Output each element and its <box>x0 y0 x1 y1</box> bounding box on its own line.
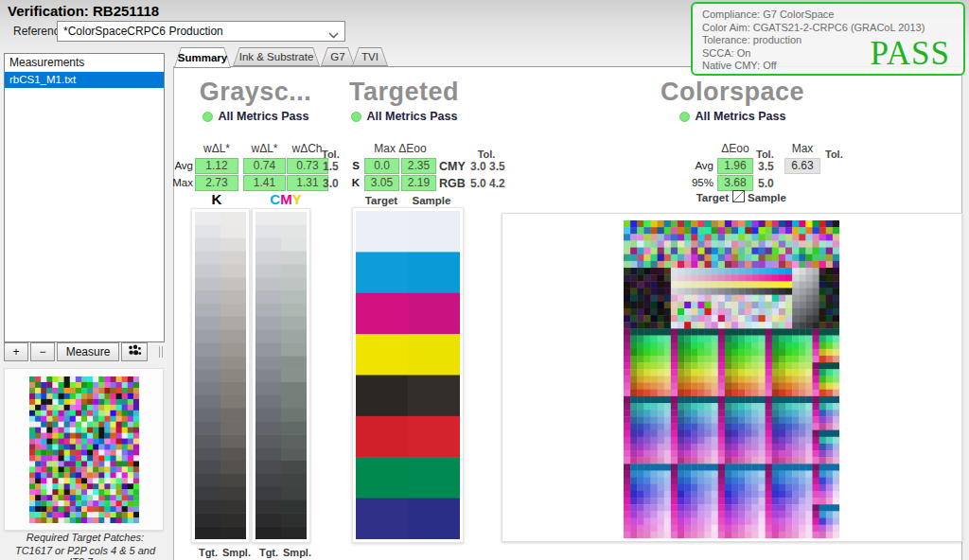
target-thumbnail-panel <box>4 368 164 531</box>
colorspace-legend-target: Target <box>687 192 729 203</box>
targeted-s-sample: 2.35 <box>401 158 436 174</box>
grayscale-avg-wdl-k: 1.12 <box>195 158 238 174</box>
targeted-rgb-label: RGB <box>439 177 469 190</box>
grayscale-row-label: Avg <box>170 158 193 174</box>
m-label: M <box>280 191 292 207</box>
patches-icon <box>127 344 142 359</box>
colorspace-status-label: All Metrics Pass <box>696 110 786 123</box>
colorspace-avg-de: 1.96 <box>717 158 753 174</box>
colorspace-status: All Metrics Pass <box>653 110 812 123</box>
page-title: Verification: RB251118 <box>8 3 159 19</box>
targeted-k-sample: 2.19 <box>401 175 436 191</box>
colorspace-max-value: 6.63 <box>784 158 820 174</box>
colorspace-row-label: Avg <box>687 158 714 174</box>
chevron-down-icon <box>328 28 339 42</box>
tab-summary[interactable]: Summary <box>174 47 231 68</box>
measurements-header: Measurements <box>5 54 164 72</box>
targeted-s-target: 0.0 <box>364 158 399 174</box>
pass-badge: PASS <box>871 35 950 73</box>
targeted-sample-col-label: Sample <box>407 195 456 206</box>
k-bar-label: K <box>195 191 238 207</box>
colorspace-chart-panel <box>502 213 962 542</box>
target-sample-checkbox[interactable] <box>732 190 745 202</box>
grayscale-max-wdl-cmy: 1.41 <box>243 175 286 191</box>
targeted-status-label: All Metrics Pass <box>367 110 458 123</box>
measure-button[interactable]: Measure <box>57 342 119 361</box>
targeted-cmy-tol1: 3.0 <box>470 160 489 173</box>
measurement-item[interactable]: rbCS1_M1.txt <box>5 72 164 88</box>
grayscale-k-bar-frame <box>191 208 250 543</box>
measurements-toolbar: + − Measure <box>4 342 165 361</box>
targeted-bar-frame <box>352 207 464 543</box>
cmy-target-axis-label: Tgt. <box>255 547 282 558</box>
tab-g7[interactable]: G7 <box>321 47 355 66</box>
grayscale-status-label: All Metrics Pass <box>219 110 309 123</box>
grayscale-title: Graysc... <box>175 78 336 107</box>
colorspace-chart <box>624 220 839 538</box>
compliance-line: Compliance: G7 ColorSpace <box>702 9 925 22</box>
targeted-target-col-label: Target <box>360 195 403 206</box>
colorspace-legend-sample: Sample <box>748 192 795 203</box>
cmy-bar-label: CMY <box>243 191 328 207</box>
targeted-title: Targeted <box>338 78 470 107</box>
grayscale-status: All Metrics Pass <box>175 110 336 123</box>
required-patches-caption: Required Target Patches: <box>0 532 170 543</box>
grayscale-col-header: wΔL* <box>243 142 286 155</box>
tab-tvi-label: TVI <box>352 47 388 66</box>
grayscale-cmy-bar <box>255 212 307 539</box>
measurements-panel: Measurements rbCS1_M1.txt <box>4 53 165 342</box>
targeted-status: All Metrics Pass <box>333 110 475 123</box>
add-button[interactable]: + <box>4 342 28 361</box>
targeted-row-label: K <box>343 175 360 191</box>
patches-button[interactable] <box>121 342 148 361</box>
tab-ink-substrate[interactable]: Ink & Substrate <box>233 47 320 66</box>
pass-dot-icon <box>203 112 213 122</box>
grayscale-col-header: wΔL* <box>195 142 238 155</box>
grayscale-avg-wdl-cmy: 0.74 <box>243 158 286 174</box>
targeted-cmy-label: CMY <box>439 160 469 173</box>
colorspace-max-header: Max <box>783 142 822 155</box>
targeted-rgb-tol2: 4.2 <box>489 177 508 190</box>
targeted-tol-header: Tol. <box>469 149 503 160</box>
target-thumbnail <box>29 376 139 523</box>
k-target-axis-label: Tgt. <box>195 547 221 558</box>
targeted-row-label: S <box>343 158 360 174</box>
grayscale-cmy-bar-frame <box>252 208 310 543</box>
y-label: Y <box>292 191 302 207</box>
colorspace-title: Colorspace <box>653 78 812 107</box>
grayscale-k-bar <box>195 212 246 539</box>
reference-value: *ColorSpaceCRPC6 Production <box>63 22 223 41</box>
required-patches-caption2: TC1617 or P2P cols 4 & 5 and IT8.7... <box>0 545 170 560</box>
reference-select[interactable]: *ColorSpaceCRPC6 Production <box>57 21 345 42</box>
compliance-line: Color Aim: CGATS21-2-CRPC6 (GRACoL 2013) <box>702 22 925 35</box>
colorspace-avg-tol: 3.5 <box>758 160 781 173</box>
pass-dot-icon <box>351 112 361 122</box>
colorspace-row-label: 95% <box>683 175 714 191</box>
targeted-rgb-tol1: 5.0 <box>470 177 489 190</box>
colorspace-95-de: 3.68 <box>717 175 753 191</box>
cmy-sample-axis-label: Smpl. <box>282 547 312 558</box>
targeted-header: Max ΔEoo <box>364 142 436 155</box>
colorspace-tol-header: Tol. <box>756 149 781 160</box>
grayscale-row-label: Max <box>170 175 193 191</box>
tab-summary-label: Summary <box>174 47 231 68</box>
remove-button[interactable]: − <box>30 342 55 361</box>
k-sample-axis-label: Smpl. <box>221 547 252 558</box>
toolbar-grip[interactable] <box>159 346 163 358</box>
targeted-color-bar <box>356 211 460 539</box>
colorspace-de-header: ΔEoo <box>715 142 755 155</box>
colorspace-95-tol: 5.0 <box>758 177 781 190</box>
tab-ink-substrate-label: Ink & Substrate <box>233 47 320 66</box>
toolbar-filler <box>150 342 165 361</box>
targeted-k-target: 3.05 <box>364 175 399 191</box>
grayscale-max-wdl-k: 2.73 <box>195 175 238 191</box>
tab-g7-label: G7 <box>321 47 355 66</box>
targeted-cmy-tol2: 3.5 <box>489 160 508 173</box>
colorspace-max-tol-header: Tol. <box>825 149 850 160</box>
pass-dot-icon <box>679 112 690 122</box>
diagonal-split-icon <box>733 191 744 201</box>
tab-tvi[interactable]: TVI <box>352 47 388 66</box>
c-label: C <box>270 191 280 207</box>
compliance-panel: Compliance: G7 ColorSpace Color Aim: CGA… <box>691 2 965 76</box>
